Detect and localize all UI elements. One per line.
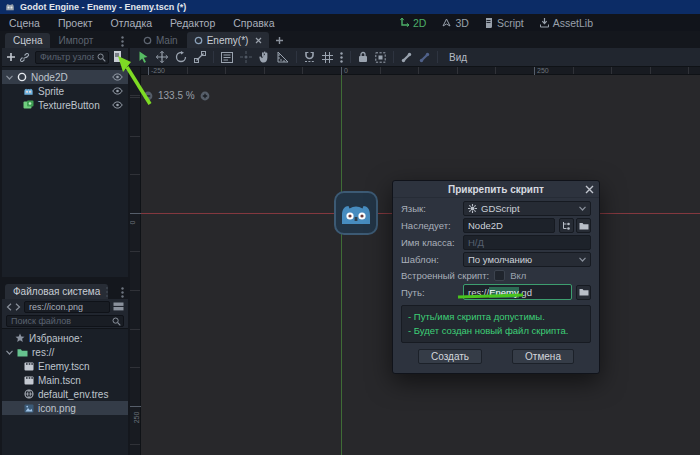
cancel-button[interactable]: Отмена [512, 349, 574, 364]
menu-scene[interactable]: Сцена [0, 17, 49, 29]
smart-snap-icon[interactable] [304, 52, 315, 63]
move-tool-icon[interactable] [156, 51, 168, 63]
tab-scene[interactable]: Сцена [5, 33, 50, 48]
sprite-icon [23, 86, 34, 97]
visibility-eye-icon[interactable] [112, 73, 123, 81]
create-button[interactable]: Создать [418, 349, 482, 364]
dialog-titlebar[interactable]: Прикрепить скрипт [393, 181, 599, 198]
scene-ring-icon [194, 36, 203, 45]
view-menu-button[interactable]: Вид [449, 52, 467, 63]
tree-node-node2d[interactable]: Node2D [2, 70, 128, 84]
scene-tab-enemy[interactable]: Enemy(*) [187, 32, 270, 48]
dialog-title: Прикрепить скрипт [448, 184, 544, 195]
class-name-input[interactable] [463, 235, 591, 250]
favorites-row[interactable]: Избранное: [2, 331, 128, 345]
pick-node-button[interactable] [559, 218, 574, 233]
scene-tab-main[interactable]: Main [136, 32, 185, 48]
select-tool-icon[interactable] [138, 51, 149, 63]
tree-node-sprite[interactable]: Sprite [2, 84, 128, 98]
file-row-default-env[interactable]: default_env.tres [2, 387, 128, 401]
dock-menu-icon[interactable] [121, 287, 124, 298]
ruler-label: 0 [344, 67, 348, 75]
menu-editor[interactable]: Редактор [161, 17, 224, 29]
list-select-icon[interactable] [221, 52, 233, 63]
close-tab-icon[interactable] [255, 37, 262, 44]
window-titlebar: Godot Engine - Enemy - Enemy.tscn (*) [0, 0, 700, 14]
menu-project[interactable]: Проект [49, 17, 102, 29]
tree-node-texturebutton[interactable]: TextureButton [2, 98, 128, 112]
filesystem-nav: res://icon.png [2, 299, 128, 314]
chevron-down-icon[interactable] [6, 350, 13, 355]
file-row-enemy-tscn[interactable]: Enemy.tscn [2, 359, 128, 373]
ik-chain-icon[interactable] [419, 52, 430, 63]
inherits-input[interactable] [463, 218, 555, 233]
pivot-tool-icon[interactable] [240, 51, 252, 63]
node2d-icon [17, 72, 27, 82]
display-mode-toggle-icon[interactable] [113, 302, 124, 311]
toolbar-separator [393, 51, 394, 63]
tab-filesystem[interactable]: Файловая система [5, 284, 108, 299]
ruler-label: 250 [133, 412, 140, 424]
snap-options-menu-icon[interactable] [340, 52, 343, 63]
language-dropdown[interactable]: GDScript [463, 201, 591, 216]
lock-icon[interactable] [358, 51, 368, 63]
workspace-assetlib-button[interactable]: AssetLib [540, 17, 593, 29]
bone-icon[interactable] [401, 52, 412, 63]
scene-file-icon [24, 376, 34, 385]
builtin-script-checkbox[interactable] [494, 270, 505, 281]
workspace-2d-button[interactable]: 2D [400, 17, 426, 29]
file-search-input[interactable] [6, 315, 124, 327]
workspace-switcher: 2D 3D Script AssetLib [400, 14, 593, 31]
ruler-tool-icon[interactable] [277, 51, 289, 63]
chevron-down-icon[interactable] [6, 75, 13, 80]
canvas-toolbar: Вид [130, 48, 700, 67]
rotate-tool-icon[interactable] [175, 51, 187, 63]
script-path-input[interactable]: res://Enemy.gd [463, 284, 572, 300]
add-node-button[interactable] [6, 52, 16, 62]
menu-help[interactable]: Справка [224, 17, 283, 29]
scene-dock: Сцена Импорт Node2D Sprite [2, 32, 128, 277]
zoom-in-icon[interactable] [200, 91, 210, 101]
scene-dock-toolbar [2, 48, 128, 67]
pan-tool-icon[interactable] [259, 51, 270, 63]
checkbox-label: Вкл [510, 270, 526, 281]
workspace-3d-button[interactable]: 3D [442, 17, 468, 29]
back-icon[interactable] [6, 303, 12, 311]
scale-tool-icon[interactable] [194, 51, 206, 63]
visibility-eye-icon[interactable] [112, 87, 123, 95]
2d-icon [400, 18, 409, 27]
visibility-eye-icon[interactable] [112, 101, 123, 109]
group-icon[interactable] [375, 52, 386, 63]
res-root-row[interactable]: res:// [2, 345, 128, 359]
browse-path-button[interactable] [576, 285, 591, 300]
workspace-script-button[interactable]: Script [485, 17, 524, 29]
validation-messages: - Путь/имя скрипта допустимы. - Будет со… [401, 305, 591, 343]
close-icon[interactable] [585, 185, 594, 194]
menu-debug[interactable]: Отладка [102, 17, 162, 29]
godot-icon-sprite[interactable] [334, 191, 378, 235]
file-row-main-tscn[interactable]: Main.tscn [2, 373, 128, 387]
zoom-out-icon[interactable] [143, 91, 153, 101]
dock-menu-icon[interactable] [121, 36, 124, 47]
attach-script-button[interactable] [113, 51, 124, 63]
ruler-label: 250 [537, 67, 549, 75]
tab-import[interactable]: Импорт [50, 33, 101, 48]
image-file-icon [24, 404, 34, 413]
grid-snap-icon[interactable] [322, 52, 333, 63]
file-row-icon-png[interactable]: icon.png [2, 401, 128, 415]
scene-dock-tabs: Сцена Импорт [2, 32, 128, 48]
zoom-level[interactable]: 133.5 % [158, 90, 195, 101]
dock-splitter-grip[interactable] [106, 287, 108, 297]
chevron-down-icon [579, 257, 586, 262]
builtin-script-label: Встроенный скрипт: [401, 270, 489, 281]
browse-class-button[interactable] [576, 218, 591, 233]
language-label: Язык: [401, 203, 459, 214]
scene-ring-icon [143, 36, 152, 45]
node-filter [35, 51, 109, 64]
new-scene-tab-button[interactable] [275, 36, 284, 45]
instance-scene-button[interactable] [20, 53, 31, 62]
star-icon [15, 333, 25, 343]
template-dropdown[interactable]: По умолчанию [463, 252, 591, 267]
toolbar-separator [350, 51, 351, 63]
forward-icon[interactable] [15, 303, 21, 311]
